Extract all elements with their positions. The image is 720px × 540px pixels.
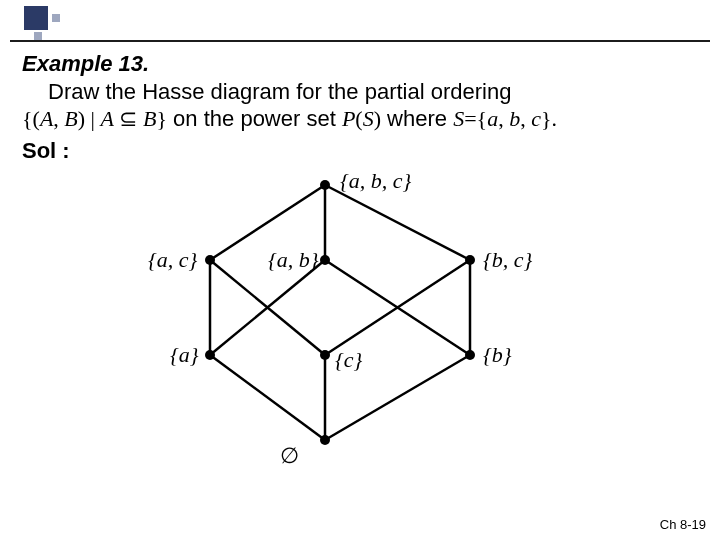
node-ac (205, 255, 215, 265)
node-bc (465, 255, 475, 265)
c1: , (498, 106, 509, 131)
edge (325, 185, 470, 260)
page-footer: Ch 8-19 (660, 517, 706, 532)
edge (210, 355, 325, 440)
txt-where: where (381, 106, 453, 131)
sym-a: a (487, 106, 498, 131)
label-c: {c} (335, 347, 362, 373)
label-bc: {b, c} (483, 247, 532, 273)
rel-open: {( (22, 106, 40, 131)
sym-A: A (40, 106, 53, 131)
node-a (205, 350, 215, 360)
c2: , (520, 106, 531, 131)
label-empty: ∅ (280, 443, 299, 469)
rel-close: } (156, 106, 167, 131)
sym-S: S (363, 106, 374, 131)
problem-line-1: Draw the Hasse diagram for the partial o… (22, 78, 698, 106)
sym-B: B (64, 106, 77, 131)
label-abc: {a, b, c} (340, 168, 411, 194)
horizontal-rule (10, 40, 710, 42)
node-abc (320, 180, 330, 190)
problem-line-2: {(A, B) | A ⊆ B} on the power set P(S) w… (22, 105, 698, 133)
eq-sym: = (464, 106, 476, 131)
node-b (465, 350, 475, 360)
comma-1: , (53, 106, 64, 131)
label-ab: {a, b} (268, 247, 319, 273)
txt-mid: on the power set (167, 106, 342, 131)
paren-open: ( (355, 106, 362, 131)
sym-S2: S (453, 106, 464, 131)
node-empty (320, 435, 330, 445)
set-open: { (477, 106, 488, 131)
sym-A2: A (101, 106, 114, 131)
label-ac: {a, c} (148, 247, 197, 273)
node-c (320, 350, 330, 360)
hasse-svg (150, 165, 570, 465)
node-ab (320, 255, 330, 265)
example-title: Example 13. (22, 50, 698, 78)
label-a: {a} (170, 342, 199, 368)
slide: Example 13. Draw the Hasse diagram for t… (0, 0, 720, 540)
deco-square-large (24, 6, 48, 30)
hasse-diagram: {a, b, c} {a, c} {a, b} {b, c} {a} {c} {… (150, 165, 570, 465)
deco-square-small-2 (34, 32, 42, 40)
rel-mid: ) | (78, 106, 101, 131)
sym-B2: B (143, 106, 156, 131)
sym-P: P (342, 106, 355, 131)
subset-sym: ⊆ (114, 106, 143, 131)
paren-close: ) (374, 106, 381, 131)
content-body: Example 13. Draw the Hasse diagram for t… (22, 50, 698, 164)
sym-b: b (509, 106, 520, 131)
set-close: }. (541, 106, 557, 131)
deco-square-small-1 (52, 14, 60, 22)
solution-label: Sol : (22, 137, 698, 165)
sym-c: c (531, 106, 541, 131)
corner-decoration (24, 6, 64, 40)
label-b: {b} (483, 342, 512, 368)
